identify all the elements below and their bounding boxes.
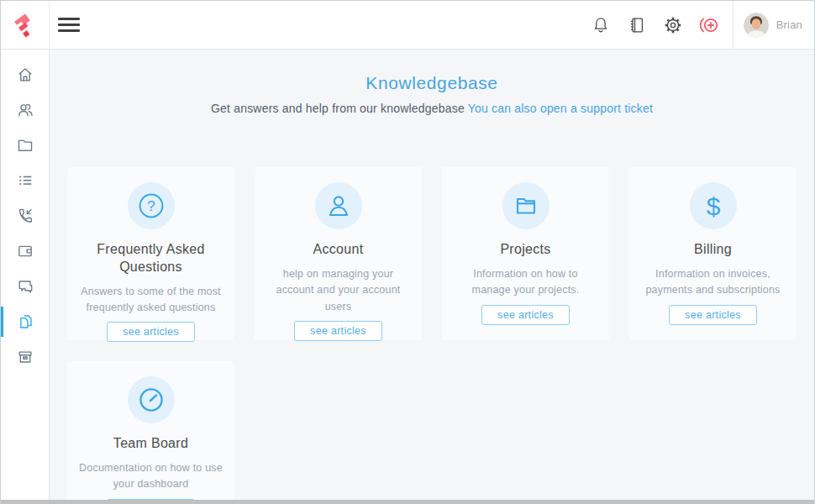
see-articles-button[interactable]: see articles [107,322,195,342]
cards-row-2: Team Board Documentation on how to use y… [50,361,814,504]
card-faq: ? Frequently Asked Questions Answers to … [67,167,234,340]
sidebar-item-list[interactable] [1,163,49,198]
user-profile[interactable]: Brian [733,1,814,49]
card-description: Documentation on how to use your dashboa… [67,460,234,493]
dollar-icon: $ [690,182,737,229]
notebook-icon[interactable] [626,14,648,36]
users-icon [16,101,34,119]
home-icon [16,66,34,84]
topbar-icon-group [590,14,720,36]
svg-text:?: ? [147,198,155,214]
sidebar-item-home[interactable] [1,57,49,92]
window-bottom-edge [1,500,814,504]
see-articles-button[interactable]: see articles [481,305,570,325]
card-title: Team Board [67,435,234,453]
sidebar-item-wallet[interactable] [1,234,49,269]
documents-icon [16,312,34,331]
logo-icon [13,13,37,38]
cards-row-1: ? Frequently Asked Questions Answers to … [50,167,814,340]
see-articles-button[interactable]: see articles [294,321,382,341]
avatar [744,13,769,38]
gear-icon[interactable] [662,14,684,36]
subtitle-text: Get answers and help from our knowledgeb… [211,102,465,115]
gauge-icon [128,376,175,423]
page-subtitle: Get answers and help from our knowledgeb… [50,102,814,115]
card-title: Frequently Asked Questions [67,241,234,276]
sidebar-item-calls[interactable] [1,198,49,234]
support-ticket-link[interactable]: You can also open a support ticket [468,102,653,115]
sidebar-item-users[interactable] [1,92,49,128]
hamburger-menu-icon[interactable] [58,14,80,36]
sidebar-item-chat[interactable] [1,269,49,304]
wallet-icon [16,242,34,260]
card-account: Account help on managing your account an… [255,167,422,340]
card-description: help on managing your account and your a… [255,266,422,315]
user-icon [315,182,362,229]
card-description: Information on invoices, payments and su… [629,266,797,299]
card-title: Billing [629,241,797,259]
question-circle-icon: ? [128,182,175,229]
top-bar: Brian [1,1,814,50]
quick-add-icon[interactable] [698,14,720,36]
app-logo[interactable] [1,1,50,49]
folder-icon [16,136,34,155]
chat-icon [16,277,34,296]
folder-open-icon [502,182,549,229]
sidebar [1,50,50,500]
sidebar-item-knowledgebase[interactable] [1,304,49,339]
user-name: Brian [776,18,802,31]
card-projects: Projects Information on how to manage yo… [442,167,609,340]
phone-incoming-icon [16,207,34,225]
card-billing: $ Billing Information on invoices, payme… [629,167,797,340]
card-description: Information on how to manage your projec… [442,266,609,299]
card-description: Answers to some of the most frequently a… [67,284,234,317]
see-articles-button[interactable]: see articles [669,305,757,325]
page-title: Knowledgebase [50,73,814,93]
bell-icon[interactable] [590,14,612,36]
app-window: Brian [0,0,815,504]
list-icon [16,171,34,190]
main-content: Knowledgebase Get answers and help from … [50,50,814,504]
sidebar-item-archive[interactable] [1,339,49,375]
card-title: Projects [442,241,609,259]
svg-text:$: $ [706,192,720,220]
card-team-board: Team Board Documentation on how to use y… [67,361,234,504]
card-title: Account [255,241,422,259]
sidebar-item-folder[interactable] [1,128,49,163]
archive-icon [16,348,34,366]
